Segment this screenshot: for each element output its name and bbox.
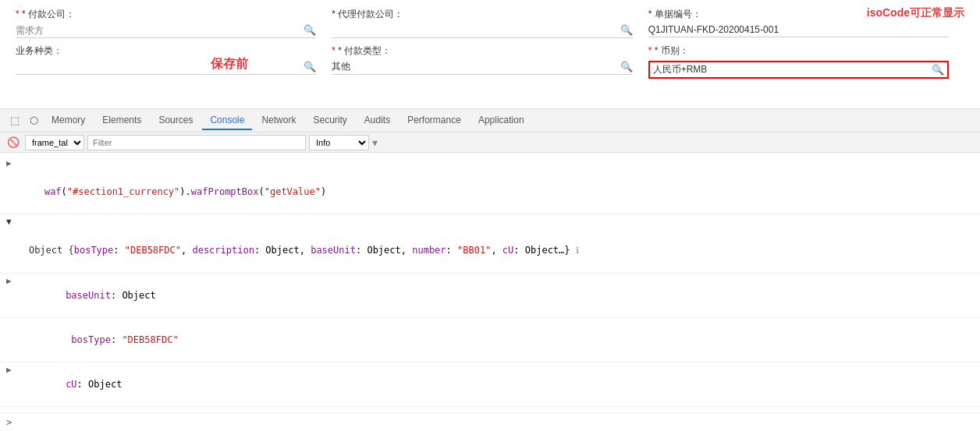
agent-label: * 代理付款公司： <box>332 8 632 21</box>
biz-input-wrap: 🔍 <box>16 61 316 75</box>
cu-arrow[interactable]: ▶ <box>6 363 12 377</box>
console-level-select[interactable]: Info Verbose Warnings Errors <box>309 135 369 150</box>
console-line-waf: ▶ waf("#section1_currency").wafPromptBox… <box>0 156 980 214</box>
order-input[interactable] <box>648 24 949 35</box>
console-line-cu: ▶ cU: Object <box>0 362 980 407</box>
agent-search-icon[interactable]: 🔍 <box>620 24 633 36</box>
pay-type-search-icon[interactable]: 🔍 <box>620 61 633 72</box>
currency-search-icon[interactable]: 🔍 <box>932 64 944 76</box>
console-toolbar: 🚫 frame_tal Info Verbose Warnings Errors… <box>0 132 980 153</box>
payer-field: * * 付款公司： 🔍 <box>16 8 332 38</box>
currency-field: * * 币别： 🔍 <box>648 44 964 79</box>
console-level-chevron[interactable]: ▾ <box>372 136 378 149</box>
pay-type-input[interactable] <box>332 62 620 72</box>
tab-audits[interactable]: Audits <box>357 111 398 130</box>
form-area: * * 付款公司： 🔍 * 代理付款公司： 🔍 * 单据编号： 业务种类： <box>0 0 980 109</box>
console-line-bostype: bosType: "DEB58FDC" <box>0 318 980 362</box>
tab-security[interactable]: Security <box>305 111 354 130</box>
tab-performance[interactable]: Performance <box>399 111 469 130</box>
line2-arrow[interactable]: ▼ <box>6 215 12 229</box>
pay-type-field: * * 付款类型： 🔍 <box>332 44 648 79</box>
console-clear-icon[interactable]: 🚫 <box>5 134 22 151</box>
biz-label: 业务种类： <box>16 44 316 58</box>
pay-type-input-wrap: 🔍 <box>332 61 632 75</box>
console-line-deletedstatus: ▶ deletedStatus: Object <box>0 407 980 412</box>
frame-selector[interactable]: frame_tal <box>25 135 84 150</box>
console-line-object: ▼ Object {bosType: "DEB58FDC", descripti… <box>0 214 980 274</box>
devtools-tabbar: ⬚ ⬡ Memory Elements Sources Console Netw… <box>0 109 980 132</box>
bao-cun-qian-annotation: 保存前 <box>211 56 248 72</box>
currency-input[interactable] <box>653 65 932 76</box>
biz-input[interactable] <box>16 62 304 72</box>
line1-arrow[interactable]: ▶ <box>6 157 12 171</box>
tab-elements[interactable]: Elements <box>94 111 149 130</box>
payer-label: * * 付款公司： <box>16 8 316 21</box>
biz-search-icon[interactable]: 🔍 <box>304 61 316 72</box>
currency-input-wrap: 🔍 <box>648 61 949 79</box>
payer-input-wrap: 🔍 <box>16 24 316 38</box>
agent-input[interactable] <box>332 25 620 36</box>
tab-network[interactable]: Network <box>254 111 304 130</box>
form-row-1: * * 付款公司： 🔍 * 代理付款公司： 🔍 * 单据编号： <box>16 8 964 38</box>
tab-sources[interactable]: Sources <box>151 111 201 130</box>
console-output: ▶ waf("#section1_currency").wafPromptBox… <box>0 153 980 412</box>
biz-field: 业务种类： 🔍 <box>16 44 332 79</box>
inspect-icon[interactable]: ⬚ <box>6 112 23 129</box>
agent-input-wrap: 🔍 <box>332 24 632 38</box>
iso-code-annotation-top: isoCode可正常显示 <box>867 6 964 20</box>
agent-field: * 代理付款公司： 🔍 <box>332 8 648 38</box>
tab-application[interactable]: Application <box>470 111 532 130</box>
deletedstatus-arrow[interactable]: ▶ <box>6 408 12 412</box>
console-filter-input[interactable] <box>87 135 306 150</box>
pay-type-label: * * 付款类型： <box>332 44 632 58</box>
currency-label: * * 币别： <box>648 44 949 58</box>
baseunit-arrow[interactable]: ▶ <box>6 274 12 288</box>
device-icon[interactable]: ⬡ <box>25 112 42 129</box>
form-row-2: 业务种类： 🔍 * * 付款类型： 🔍 * * 币别： 🔍 <box>16 44 964 79</box>
payer-input[interactable] <box>16 25 304 36</box>
tab-console[interactable]: Console <box>202 111 252 130</box>
console-input-line: > <box>0 412 980 431</box>
console-line-baseunit: ▶ baseUnit: Object <box>0 274 980 318</box>
order-input-wrap <box>648 24 949 37</box>
payer-search-icon[interactable]: 🔍 <box>304 24 316 36</box>
console-repl-input[interactable] <box>16 417 974 428</box>
console-prompt: > <box>6 417 12 428</box>
tab-memory[interactable]: Memory <box>44 111 93 130</box>
